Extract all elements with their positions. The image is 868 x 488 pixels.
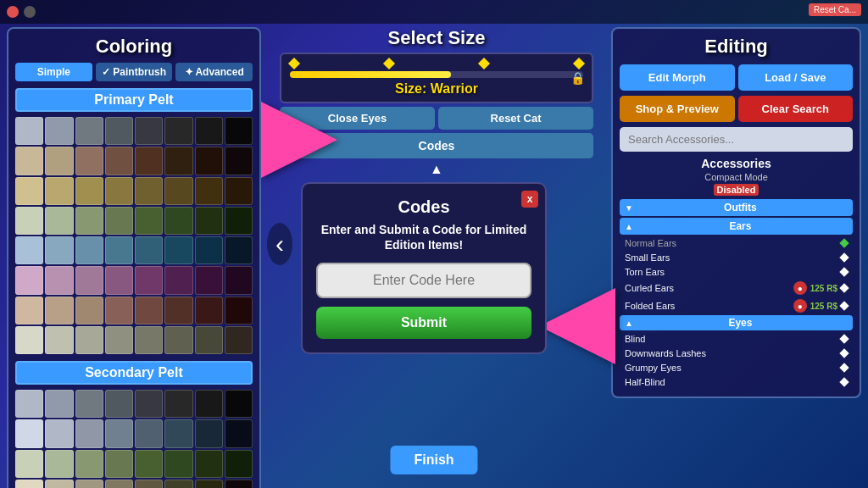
color-cell[interactable]	[15, 480, 43, 488]
load-save-button[interactable]: Load / Save	[738, 64, 854, 91]
color-cell[interactable]	[45, 236, 73, 264]
color-cell[interactable]	[105, 419, 133, 447]
color-cell[interactable]	[164, 390, 192, 418]
color-cell[interactable]	[135, 390, 163, 418]
submit-code-button[interactable]: Submit	[316, 307, 531, 339]
color-cell[interactable]	[195, 177, 223, 205]
size-slider[interactable]	[290, 71, 583, 78]
color-cell[interactable]	[135, 177, 163, 205]
color-cell[interactable]	[45, 450, 73, 478]
color-cell[interactable]	[15, 326, 43, 354]
list-item-curled-ears[interactable]: Curled Ears ● 125 R$	[620, 280, 853, 297]
color-cell[interactable]	[105, 326, 133, 354]
color-cell[interactable]	[164, 207, 192, 235]
color-cell[interactable]	[164, 480, 192, 488]
code-input[interactable]	[316, 263, 531, 298]
color-cell[interactable]	[105, 266, 133, 294]
category-ears[interactable]: ▲ Ears	[620, 218, 853, 235]
color-cell[interactable]	[45, 326, 73, 354]
color-cell[interactable]	[15, 117, 43, 145]
color-cell[interactable]	[15, 390, 43, 418]
left-nav-chevron[interactable]: ‹	[267, 223, 292, 265]
color-cell[interactable]	[45, 207, 73, 235]
color-cell[interactable]	[105, 147, 133, 175]
color-cell[interactable]	[105, 236, 133, 264]
color-cell[interactable]	[135, 419, 163, 447]
color-cell[interactable]	[15, 419, 43, 447]
color-cell[interactable]	[225, 480, 253, 488]
color-cell[interactable]	[135, 297, 163, 324]
list-item-half-blind[interactable]: Half-Blind	[620, 375, 853, 389]
color-cell[interactable]	[225, 207, 253, 235]
color-cell[interactable]	[15, 147, 43, 175]
color-cell[interactable]	[164, 147, 192, 175]
color-cell[interactable]	[105, 207, 133, 235]
color-cell[interactable]	[75, 419, 103, 447]
color-cell[interactable]	[15, 266, 43, 294]
color-cell[interactable]	[105, 117, 133, 145]
color-cell[interactable]	[164, 177, 192, 205]
color-cell[interactable]	[135, 147, 163, 175]
color-cell[interactable]	[45, 177, 73, 205]
color-cell[interactable]	[75, 207, 103, 235]
color-cell[interactable]	[105, 390, 133, 418]
color-cell[interactable]	[45, 117, 73, 145]
color-cell[interactable]	[75, 297, 103, 324]
color-cell[interactable]	[135, 266, 163, 294]
color-cell[interactable]	[75, 390, 103, 418]
color-cell[interactable]	[15, 207, 43, 235]
color-cell[interactable]	[45, 297, 73, 324]
color-cell[interactable]	[195, 419, 223, 447]
color-cell[interactable]	[105, 177, 133, 205]
color-cell[interactable]	[105, 450, 133, 478]
color-cell[interactable]	[225, 419, 253, 447]
color-cell[interactable]	[15, 297, 43, 324]
list-item-folded-ears[interactable]: Folded Ears ● 125 R$	[620, 297, 853, 314]
tab-advanced[interactable]: ✦ Advanced	[175, 63, 253, 81]
color-cell[interactable]	[225, 177, 253, 205]
color-cell[interactable]	[195, 266, 223, 294]
reset-button[interactable]: Reset Ca...	[809, 3, 861, 16]
color-cell[interactable]	[225, 117, 253, 145]
color-cell[interactable]	[15, 177, 43, 205]
color-cell[interactable]	[225, 297, 253, 324]
color-cell[interactable]	[75, 450, 103, 478]
color-cell[interactable]	[45, 266, 73, 294]
color-cell[interactable]	[195, 117, 223, 145]
tab-simple[interactable]: Simple	[15, 63, 92, 81]
color-cell[interactable]	[164, 326, 192, 354]
color-cell[interactable]	[225, 147, 253, 175]
color-cell[interactable]	[225, 236, 253, 264]
color-cell[interactable]	[75, 236, 103, 264]
color-cell[interactable]	[164, 236, 192, 264]
color-cell[interactable]	[75, 326, 103, 354]
color-cell[interactable]	[45, 480, 73, 488]
color-cell[interactable]	[195, 236, 223, 264]
color-cell[interactable]	[105, 297, 133, 324]
color-cell[interactable]	[225, 390, 253, 418]
edit-morph-button[interactable]: Edit Morph	[620, 64, 735, 91]
color-cell[interactable]	[135, 236, 163, 264]
color-cell[interactable]	[164, 266, 192, 294]
reset-cat-button[interactable]: Reset Cat	[438, 107, 593, 130]
color-cell[interactable]	[45, 419, 73, 447]
finish-button[interactable]: Finish	[390, 446, 477, 474]
color-cell[interactable]	[135, 326, 163, 354]
list-item-small-ears[interactable]: Small Ears	[620, 251, 853, 264]
shop-preview-button[interactable]: Shop & Preview	[620, 96, 735, 122]
list-item-blind[interactable]: Blind	[620, 332, 853, 346]
color-cell[interactable]	[225, 266, 253, 294]
category-eyes[interactable]: ▲ Eyes	[620, 315, 853, 330]
list-item-grumpy-eyes[interactable]: Grumpy Eyes	[620, 361, 853, 374]
color-cell[interactable]	[225, 450, 253, 478]
color-cell[interactable]	[164, 117, 192, 145]
color-cell[interactable]	[75, 177, 103, 205]
color-cell[interactable]	[225, 326, 253, 354]
category-outfits[interactable]: ▼ Outfits	[620, 199, 853, 216]
tab-paintbrush[interactable]: ✓ Paintbrush	[96, 63, 173, 81]
list-item-downwards-lashes[interactable]: Downwards Lashes	[620, 347, 853, 360]
color-cell[interactable]	[75, 480, 103, 488]
search-accessories-input[interactable]	[620, 127, 853, 152]
color-cell[interactable]	[75, 147, 103, 175]
color-cell[interactable]	[195, 297, 223, 324]
